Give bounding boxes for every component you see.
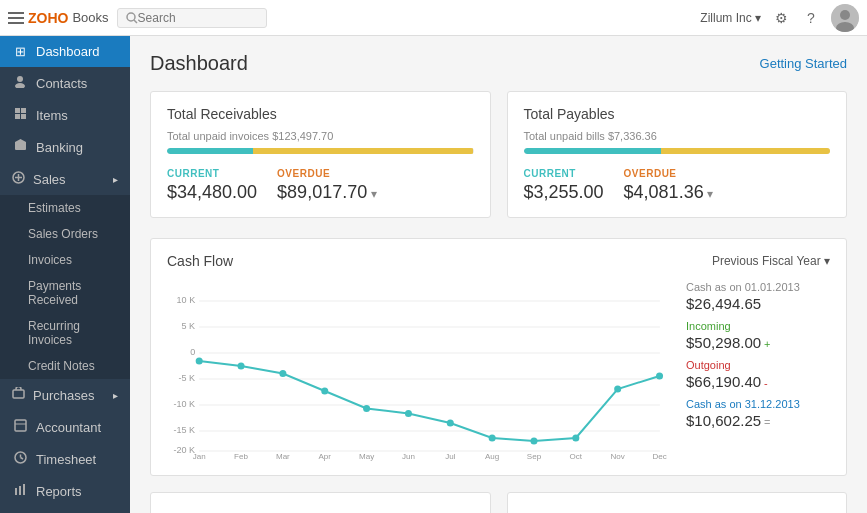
svg-text:10 K: 10 K — [177, 295, 196, 305]
payables-current: CURRENT $3,255.00 — [524, 168, 604, 203]
svg-rect-13 — [21, 114, 26, 119]
svg-text:2013: 2013 — [609, 460, 627, 461]
menu-icon[interactable] — [8, 10, 24, 26]
banking-icon — [12, 139, 28, 155]
svg-point-52 — [572, 435, 579, 442]
receivables-overdue-label: OVERDUE — [277, 168, 376, 179]
svg-rect-21 — [15, 420, 26, 431]
svg-point-47 — [363, 405, 370, 412]
svg-point-8 — [17, 76, 23, 82]
sales-arrow-icon: ▸ — [113, 174, 118, 185]
payables-yellow-bar — [661, 148, 830, 154]
svg-rect-27 — [19, 486, 21, 495]
sidebar-item-dashboard[interactable]: ⊞ Dashboard — [0, 36, 130, 67]
reports-icon — [12, 483, 28, 499]
avatar[interactable] — [831, 4, 859, 32]
sidebar-item-estimates[interactable]: Estimates — [0, 195, 130, 221]
cash-end-label: Cash as on 31.12.2013 — [686, 398, 830, 410]
cashflow-chart: 10 K 5 K 0 -5 K -10 K -15 K -20 K — [167, 281, 670, 461]
bottom-cards-row — [150, 492, 847, 513]
sidebar-sales-submenu: Estimates Sales Orders Invoices Payments… — [0, 195, 130, 379]
cash-end-stat: Cash as on 31.12.2013 $10,602.25= — [686, 398, 830, 429]
search-input[interactable] — [138, 11, 258, 25]
sidebar: ⊞ Dashboard Contacts Items Banking Sal — [0, 36, 130, 513]
sidebar-section-purchases[interactable]: Purchases ▸ — [0, 379, 130, 411]
receivables-current: CURRENT $34,480.00 — [167, 168, 257, 203]
chart-area: 10 K 5 K 0 -5 K -10 K -15 K -20 K — [167, 281, 830, 461]
sidebar-item-contacts[interactable]: Contacts — [0, 67, 130, 99]
dashboard-icon: ⊞ — [12, 44, 28, 59]
cash-start-value: $26,494.65 — [686, 295, 830, 312]
company-name[interactable]: Zillum Inc ▾ — [700, 11, 761, 25]
sidebar-item-items[interactable]: Items — [0, 99, 130, 131]
svg-rect-20 — [13, 390, 24, 398]
search-icon — [126, 12, 138, 24]
sales-icon — [12, 171, 25, 187]
svg-marker-16 — [15, 139, 26, 142]
receivables-current-value: $34,480.00 — [167, 182, 257, 203]
payables-teal-bar — [524, 148, 662, 154]
content-header: Dashboard Getting Started — [150, 52, 847, 75]
getting-started-link[interactable]: Getting Started — [760, 56, 847, 71]
svg-point-9 — [15, 83, 25, 88]
sidebar-item-recurring-invoices[interactable]: Recurring Invoices — [0, 313, 130, 353]
topbar: ZOHO Books Zillum Inc ▾ ⚙ ? — [0, 0, 867, 36]
payables-overdue-value[interactable]: $4,081.36 — [624, 182, 713, 203]
svg-text:2013: 2013 — [358, 460, 376, 461]
incoming-value: $50,298.00+ — [686, 334, 830, 351]
svg-point-45 — [279, 370, 286, 377]
outgoing-stat: Outgoing $66,190.40- — [686, 359, 830, 390]
sidebar-item-accountant[interactable]: Accountant — [0, 411, 130, 443]
svg-rect-12 — [15, 114, 20, 119]
sidebar-item-credit-notes[interactable]: Credit Notes — [0, 353, 130, 379]
receivables-teal-bar — [167, 148, 253, 154]
svg-point-50 — [489, 435, 496, 442]
sidebar-item-timesheet[interactable]: Timesheet — [0, 443, 130, 475]
receivables-overdue-value[interactable]: $89,017.70 — [277, 182, 376, 203]
chart-container: 10 K 5 K 0 -5 K -10 K -15 K -20 K — [167, 281, 670, 461]
svg-point-6 — [840, 10, 850, 20]
svg-text:2013: 2013 — [232, 460, 250, 461]
receivables-card: Total Receivables Total unpaid invoices … — [150, 91, 491, 218]
svg-text:2013: 2013 — [651, 460, 669, 461]
settings-icon[interactable]: ⚙ — [771, 8, 791, 28]
svg-point-44 — [238, 363, 245, 370]
search-bar[interactable] — [117, 8, 267, 28]
receivables-title: Total Receivables — [167, 106, 474, 122]
sidebar-section-sales[interactable]: Sales ▸ — [0, 163, 130, 195]
svg-text:2013: 2013 — [441, 460, 459, 461]
sidebar-item-reports[interactable]: Reports — [0, 475, 130, 507]
svg-text:-10 K: -10 K — [174, 399, 196, 409]
svg-text:2013: 2013 — [483, 460, 501, 461]
payables-progress-bar — [524, 148, 831, 154]
accountant-icon — [12, 419, 28, 435]
svg-rect-28 — [23, 484, 25, 495]
period-selector[interactable]: Previous Fiscal Year ▾ — [712, 254, 830, 268]
cashflow-section: Cash Flow Previous Fiscal Year ▾ 10 K 5 … — [150, 238, 847, 476]
svg-point-51 — [530, 438, 537, 445]
content-area: Dashboard Getting Started Total Receivab… — [130, 36, 867, 513]
svg-text:2013: 2013 — [190, 460, 208, 461]
svg-text:-15 K: -15 K — [174, 425, 196, 435]
timesheet-icon — [12, 451, 28, 467]
svg-text:-5 K: -5 K — [179, 373, 196, 383]
receivables-subtitle: Total unpaid invoices $123,497.70 — [167, 130, 474, 142]
svg-text:2013: 2013 — [525, 460, 543, 461]
svg-point-53 — [614, 386, 621, 393]
sidebar-item-banking[interactable]: Banking — [0, 131, 130, 163]
sidebar-item-sales-orders[interactable]: Sales Orders — [0, 221, 130, 247]
payables-current-value: $3,255.00 — [524, 182, 604, 203]
svg-text:0: 0 — [190, 347, 195, 357]
bottom-card-left — [150, 492, 491, 513]
items-icon — [12, 107, 28, 123]
sidebar-item-payments-received[interactable]: Payments Received — [0, 273, 130, 313]
payables-overdue-label: OVERDUE — [624, 168, 713, 179]
help-icon[interactable]: ? — [801, 8, 821, 28]
sidebar-item-invoices[interactable]: Invoices — [0, 247, 130, 273]
payables-current-label: CURRENT — [524, 168, 604, 179]
logo: ZOHO Books — [8, 10, 109, 26]
incoming-stat: Incoming $50,298.00+ — [686, 320, 830, 351]
purchases-icon — [12, 387, 25, 403]
bottom-card-right — [507, 492, 848, 513]
cards-row: Total Receivables Total unpaid invoices … — [150, 91, 847, 218]
